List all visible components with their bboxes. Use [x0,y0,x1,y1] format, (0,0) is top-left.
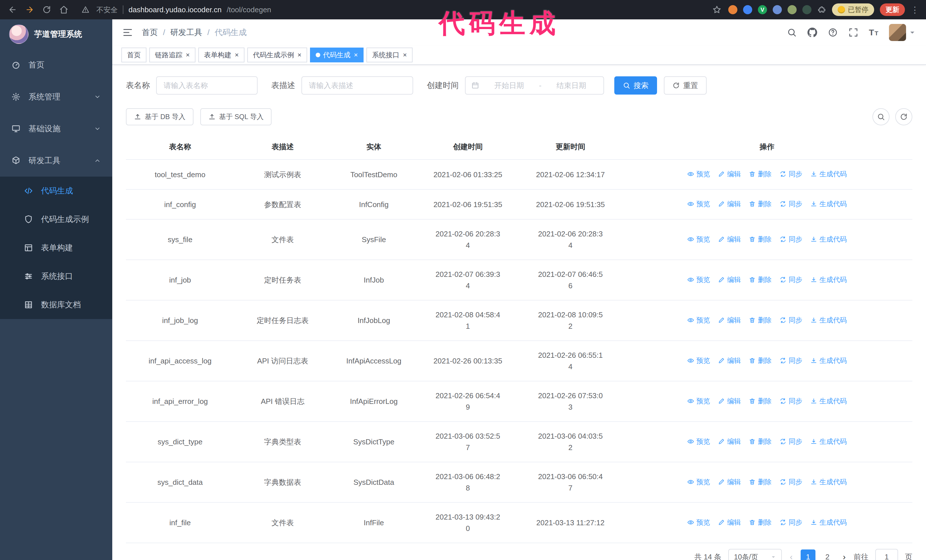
action-edit[interactable]: 编辑 [718,168,741,180]
create-time-range-picker[interactable]: 开始日期 - 结束日期 [465,76,604,95]
sidebar-item-home[interactable]: 首页 [0,49,112,81]
action-delete[interactable]: 删除 [749,198,772,210]
action-delete[interactable]: 删除 [749,476,772,488]
action-delete[interactable]: 删除 [749,168,772,180]
back-icon[interactable] [7,4,18,15]
tab-trace[interactable]: 链路追踪× [149,48,195,62]
action-generate[interactable]: 生成代码 [810,234,847,245]
action-edit[interactable]: 编辑 [718,355,741,366]
page-1[interactable]: 1 [800,549,816,560]
action-preview[interactable]: 预览 [687,436,710,447]
question-icon[interactable] [828,27,838,38]
search-icon[interactable] [787,27,797,38]
action-preview[interactable]: 预览 [687,168,710,180]
bookmark-star-icon[interactable] [711,4,723,15]
reset-button[interactable]: 重置 [664,76,707,95]
sidebar-item-api[interactable]: 系统接口 [0,262,112,291]
tab-codegen-example[interactable]: 代码生成示例× [247,48,307,62]
action-generate[interactable]: 生成代码 [810,274,847,285]
action-delete[interactable]: 删除 [749,517,772,528]
close-icon[interactable]: × [298,51,301,58]
address-bar[interactable]: 不安全 dashboard.yudao.iocoder.cn/tool/code… [80,4,723,15]
action-edit[interactable]: 编辑 [718,274,741,285]
action-generate[interactable]: 生成代码 [810,355,847,366]
next-page-button[interactable]: › [842,552,847,560]
dark-extension-icon[interactable] [802,5,811,14]
action-edit[interactable]: 编辑 [718,234,741,245]
sidebar-item-devtools[interactable]: 研发工具 [0,145,112,177]
olive-extension-icon[interactable] [788,5,797,14]
green-v-extension-icon[interactable]: V [758,5,767,14]
action-sync[interactable]: 同步 [779,314,802,326]
action-preview[interactable]: 预览 [687,355,710,366]
action-preview[interactable]: 预览 [687,234,710,245]
tab-codegen[interactable]: 代码生成× [310,48,363,62]
home-icon[interactable] [58,4,70,15]
close-icon[interactable]: × [235,51,239,58]
action-edit[interactable]: 编辑 [718,395,741,407]
page-2[interactable]: 2 [820,549,835,560]
table-name-input[interactable] [156,76,257,95]
page-size-select[interactable]: 10条/页 [728,549,782,560]
action-edit[interactable]: 编辑 [718,436,741,447]
action-generate[interactable]: 生成代码 [810,517,847,528]
breadcrumb-item[interactable]: 首页 [142,27,158,38]
action-preview[interactable]: 预览 [687,314,710,326]
refresh-table-button[interactable] [895,108,912,125]
action-edit[interactable]: 编辑 [718,198,741,210]
action-sync[interactable]: 同步 [779,274,802,285]
update-button[interactable]: 更新 [880,3,905,16]
action-preview[interactable]: 预览 [687,198,710,210]
tab-api[interactable]: 系统接口× [366,48,413,62]
action-generate[interactable]: 生成代码 [810,476,847,488]
github-icon[interactable] [807,27,818,38]
close-icon[interactable]: × [186,51,190,58]
breadcrumb-item[interactable]: 研发工具 [170,27,202,38]
puzzle-extension-icon[interactable] [817,5,826,14]
sidebar-item-codegen[interactable]: 代码生成 [0,177,112,205]
sidebar-item-codegen-example[interactable]: 代码生成示例 [0,205,112,234]
user-menu[interactable] [889,24,916,41]
sidebar-item-db-doc[interactable]: 数据库文档 [0,291,112,319]
action-generate[interactable]: 生成代码 [810,168,847,180]
action-edit[interactable]: 编辑 [718,517,741,528]
paused-badge[interactable]: 已暂停 [832,3,874,16]
close-icon[interactable]: × [403,51,407,58]
action-delete[interactable]: 删除 [749,314,772,326]
action-sync[interactable]: 同步 [779,234,802,245]
action-edit[interactable]: 编辑 [718,314,741,326]
action-preview[interactable]: 预览 [687,517,710,528]
import-sql-button[interactable]: 基于 SQL 导入 [200,108,272,125]
reload-icon[interactable] [41,4,53,15]
action-delete[interactable]: 删除 [749,355,772,366]
fontsize-icon[interactable]: TT [869,27,879,38]
tab-home[interactable]: 首页 [121,48,147,62]
toggle-search-button[interactable] [872,108,890,125]
sidebar-item-form-builder[interactable]: 表单构建 [0,234,112,262]
import-db-button[interactable]: 基于 DB 导入 [126,108,194,125]
action-generate[interactable]: 生成代码 [810,395,847,407]
action-edit[interactable]: 编辑 [718,476,741,488]
users-extension-icon[interactable] [773,5,782,14]
action-preview[interactable]: 预览 [687,274,710,285]
action-sync[interactable]: 同步 [779,517,802,528]
action-preview[interactable]: 预览 [687,476,710,488]
action-delete[interactable]: 删除 [749,234,772,245]
prev-page-button[interactable]: ‹ [789,552,794,560]
action-delete[interactable]: 删除 [749,436,772,447]
action-generate[interactable]: 生成代码 [810,436,847,447]
action-delete[interactable]: 删除 [749,274,772,285]
action-generate[interactable]: 生成代码 [810,198,847,210]
action-sync[interactable]: 同步 [779,198,802,210]
hamburger-icon[interactable] [123,27,133,38]
action-sync[interactable]: 同步 [779,395,802,407]
blue-drop-extension-icon[interactable] [743,5,752,14]
browser-menu-icon[interactable]: ⋮ [911,5,919,15]
fullscreen-icon[interactable] [848,27,859,38]
action-sync[interactable]: 同步 [779,168,802,180]
sidebar-item-infra[interactable]: 基础设施 [0,113,112,145]
close-icon[interactable]: × [354,51,358,58]
action-delete[interactable]: 删除 [749,395,772,407]
action-generate[interactable]: 生成代码 [810,314,847,326]
action-sync[interactable]: 同步 [779,355,802,366]
